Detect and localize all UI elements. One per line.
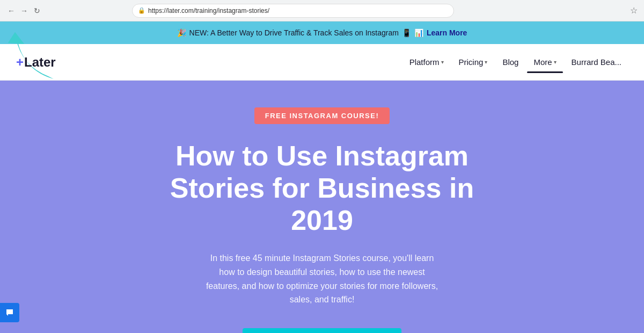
hero-title: How to Use Instagram Stories for Busines…	[161, 140, 483, 236]
nav-links: Platform ▾ Pricing ▾ Blog More ▾ Burrard…	[403, 53, 628, 71]
logo-text: Later	[24, 55, 56, 70]
nav-item-pricing[interactable]: Pricing ▾	[452, 53, 494, 71]
announcement-emoji2: 📱	[402, 28, 411, 37]
lock-icon: 🔒	[138, 7, 145, 14]
hero-section: FREE INSTAGRAM COURSE! How to Use Instag…	[0, 81, 644, 333]
nav-item-platform[interactable]: Platform ▾	[403, 53, 450, 71]
logo[interactable]: +Later	[16, 55, 56, 70]
address-bar[interactable]: 🔒 https://later.com/training/instagram-s…	[132, 4, 454, 18]
bookmark-icon[interactable]: ☆	[630, 5, 638, 16]
nav-blog-label: Blog	[502, 57, 518, 67]
navbar: +Later Platform ▾ Pricing ▾ Blog More ▾ …	[0, 44, 644, 81]
forward-button[interactable]: →	[19, 6, 29, 16]
chat-widget[interactable]	[0, 303, 19, 322]
browser-nav-buttons: ← → ↻	[6, 6, 42, 16]
announcement-bar: 🎉 NEW: A Better Way to Drive Traffic & T…	[0, 21, 644, 44]
refresh-button[interactable]: ↻	[32, 6, 42, 16]
announcement-emoji3: 📊	[414, 28, 423, 37]
course-badge: FREE INSTAGRAM COURSE!	[254, 107, 390, 124]
platform-chevron-icon: ▾	[441, 59, 444, 65]
nav-account[interactable]: Burrard Bea...	[565, 53, 628, 71]
url-text: https://later.com/training/instagram-sto…	[148, 7, 269, 15]
more-chevron-icon: ▾	[554, 59, 557, 65]
browser-chrome: ← → ↻ 🔒 https://later.com/training/insta…	[0, 0, 644, 21]
watch-now-button[interactable]: WATCH NOW FOR FREE!	[243, 328, 401, 333]
announcement-link[interactable]: Learn More	[427, 28, 467, 37]
back-button[interactable]: ←	[6, 6, 16, 16]
hero-description: In this free 45 minute Instagram Stories…	[201, 251, 443, 306]
nav-item-more[interactable]: More ▾	[527, 53, 562, 71]
pricing-chevron-icon: ▾	[485, 59, 487, 65]
nav-more-label: More	[533, 57, 552, 67]
logo-plus: +	[16, 55, 24, 70]
announcement-emoji: 🎉	[177, 28, 186, 37]
chat-icon	[5, 308, 14, 317]
nav-item-blog[interactable]: Blog	[496, 53, 525, 71]
nav-platform-label: Platform	[409, 57, 440, 67]
nav-pricing-label: Pricing	[459, 57, 484, 67]
announcement-text: NEW: A Better Way to Drive Traffic & Tra…	[189, 28, 399, 37]
